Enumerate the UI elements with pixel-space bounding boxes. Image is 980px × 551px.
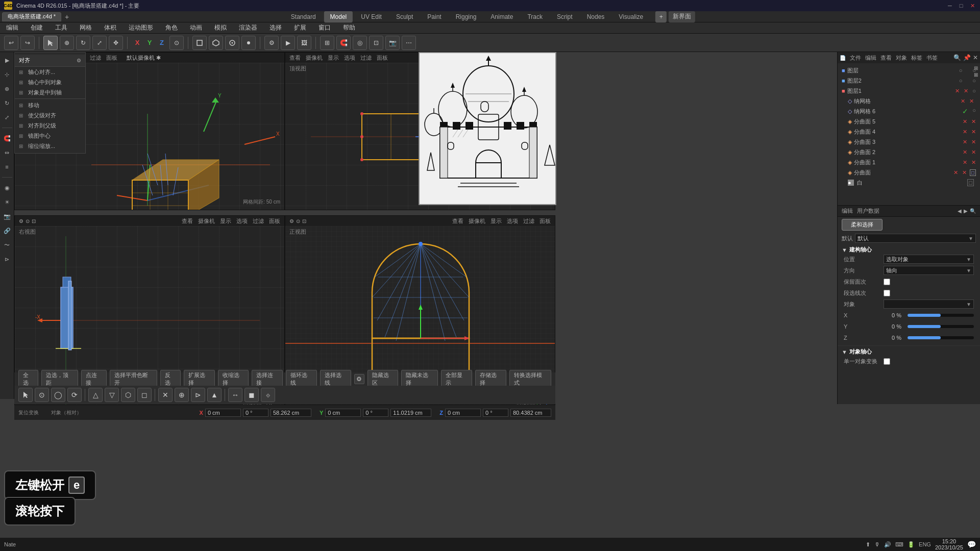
- grid-toggle[interactable]: ⊞: [320, 36, 334, 50]
- left-panel-scale[interactable]: ⤢: [1, 111, 13, 123]
- tree-item-layer1[interactable]: ■ 图层1 ✕ ✕ ○: [838, 86, 980, 96]
- solo-toggle[interactable]: ◎: [353, 36, 367, 50]
- world-space-toggle[interactable]: ⊙: [169, 36, 184, 50]
- vp-br-menu-filter[interactable]: 过滤: [523, 217, 534, 225]
- left-panel-deform[interactable]: 〜: [1, 239, 13, 251]
- menu-edit[interactable]: 编辑: [4, 22, 20, 33]
- tree-subdiv5-x[interactable]: ✕: [963, 118, 967, 125]
- edge-mode-btn[interactable]: [225, 36, 239, 50]
- minimize-button[interactable]: ─: [946, 2, 953, 9]
- mode-tab-standard[interactable]: Standard: [285, 11, 322, 22]
- tree-item-subdiv3[interactable]: ◈ 分曲面 3 ✕ ✕: [838, 137, 980, 147]
- menu-volume[interactable]: 体积: [102, 22, 118, 33]
- point-mode-btn[interactable]: [241, 36, 256, 50]
- rp-menu-object[interactable]: 对象: [896, 54, 907, 62]
- tree-subdiv-extra[interactable]: □: [970, 169, 976, 176]
- tree-item-white[interactable]: ● 白 □: [838, 178, 980, 188]
- rp-pin-icon[interactable]: 📌: [963, 54, 971, 61]
- left-panel-move[interactable]: ⊕: [1, 83, 13, 95]
- align-item-4[interactable]: ⊞ 移动: [15, 100, 85, 110]
- tree-layer1-lock[interactable]: ○: [972, 88, 976, 94]
- x-slider[interactable]: [908, 314, 974, 317]
- menu-character[interactable]: 角色: [163, 22, 180, 33]
- props-tab-edit[interactable]: 编辑: [842, 207, 853, 215]
- vp-br-menu-camera[interactable]: 摄像机: [469, 217, 485, 225]
- rp-icon-file[interactable]: 📄: [840, 55, 846, 61]
- rp-menu-file[interactable]: 文件: [850, 54, 861, 62]
- scale-tool[interactable]: ⤢: [92, 36, 107, 50]
- vp-br-menu-panel[interactable]: 面板: [540, 217, 551, 225]
- tab-scene[interactable]: 电商场景搭建.c4d *: [2, 12, 61, 21]
- vp-bl-menu-filter[interactable]: 过滤: [253, 217, 264, 225]
- vp-bl-btn2[interactable]: ⊙: [26, 218, 30, 224]
- tree-layer1-x[interactable]: ✕: [955, 88, 960, 94]
- camera-btn[interactable]: 📷: [385, 36, 400, 50]
- left-panel-align[interactable]: ≡: [1, 161, 13, 173]
- vp-bl-menu-camera[interactable]: 摄像机: [198, 217, 215, 225]
- vp-bl-menu-panel[interactable]: 面板: [269, 217, 280, 225]
- vp-tr-menu-options[interactable]: 选项: [344, 54, 355, 62]
- status-notification-icon[interactable]: 💬: [967, 540, 976, 548]
- icon-shrink-sel[interactable]: ▽: [105, 388, 119, 402]
- left-panel-ik[interactable]: ⊳: [1, 253, 13, 265]
- coord-x-size[interactable]: 58.262 cm: [271, 409, 311, 417]
- mode-tab-rigging[interactable]: Rigging: [450, 11, 483, 22]
- z-axis-toggle[interactable]: Z: [156, 37, 167, 48]
- rp-menu-tag[interactable]: 标签: [911, 54, 922, 62]
- vp-tr-menu-display[interactable]: 显示: [328, 54, 339, 62]
- props-tab-userdata[interactable]: 用户数据: [857, 207, 879, 215]
- align-item-5[interactable]: ⊞ 使父级对齐: [15, 110, 85, 120]
- tree-mesh-grid6-visible[interactable]: ○: [972, 107, 976, 115]
- rp-icon-1[interactable]: ⊞: [974, 65, 978, 71]
- coord-y-pos[interactable]: 0 cm: [325, 409, 361, 417]
- tree-subdiv-x[interactable]: ✕: [953, 169, 958, 176]
- rotate-tool[interactable]: ↻: [76, 36, 90, 50]
- menu-render[interactable]: 渲染器: [237, 22, 259, 33]
- smoothselect-button[interactable]: 柔和选择: [842, 219, 883, 231]
- icon-dissolve[interactable]: ◼: [244, 388, 259, 402]
- icon-split[interactable]: ↔: [228, 388, 242, 402]
- tree-subdiv3-x2[interactable]: ✕: [971, 139, 976, 145]
- left-panel-select[interactable]: ⊹: [1, 68, 13, 81]
- build-axis-header[interactable]: ▼ 建构轴心: [842, 246, 976, 254]
- transform-tool[interactable]: ✥: [109, 36, 123, 50]
- render-settings-btn[interactable]: ⚙: [264, 36, 279, 50]
- tree-mesh-grid-x2[interactable]: ✕: [969, 98, 974, 105]
- coord-z-pos[interactable]: 0 cm: [445, 409, 481, 417]
- menu-mograph[interactable]: 运动图形: [127, 22, 155, 33]
- tree-subdiv2-x2[interactable]: ✕: [971, 149, 976, 156]
- align-item-1[interactable]: ⊞ 轴心对齐...: [15, 67, 85, 77]
- vp-br-menu-view[interactable]: 查看: [452, 217, 463, 225]
- add-scene-button[interactable]: +: [655, 11, 667, 22]
- castle-reference-image[interactable]: [419, 52, 556, 205]
- y-axis-toggle[interactable]: Y: [144, 37, 155, 48]
- left-panel-arrow[interactable]: ▶: [1, 54, 13, 66]
- vp-bl-btn1[interactable]: ⚙: [19, 218, 23, 224]
- tree-item-subdiv4[interactable]: ◈ 分曲面 4 ✕ ✕: [838, 127, 980, 137]
- props-forward-icon[interactable]: ▶: [964, 208, 968, 214]
- tree-item-layer2[interactable]: ■ 图层2 ○ ○: [838, 76, 980, 86]
- direction-dropdown[interactable]: 轴向 ▼: [884, 266, 974, 275]
- vp-bl-menu-options[interactable]: 选项: [236, 217, 248, 225]
- coord-x-pos[interactable]: 0 cm: [205, 409, 241, 417]
- tree-subdiv4-x2[interactable]: ✕: [971, 129, 976, 135]
- menu-help[interactable]: 帮助: [341, 22, 357, 33]
- mode-tab-animate[interactable]: Animate: [484, 11, 519, 22]
- tree-subdiv4-x[interactable]: ✕: [963, 129, 967, 135]
- redo-button[interactable]: ↪: [20, 36, 35, 50]
- left-panel-rotate[interactable]: ↻: [1, 97, 13, 109]
- mode-tab-visualize[interactable]: Visualize: [612, 11, 649, 22]
- coord-y-size[interactable]: 11.0219 cm: [390, 409, 431, 417]
- props-default-dropdown[interactable]: 默认 ▼: [855, 234, 976, 243]
- left-panel-light[interactable]: ☀: [1, 196, 13, 208]
- mode-tab-model[interactable]: Model: [324, 11, 353, 22]
- menu-tools[interactable]: 工具: [53, 22, 69, 33]
- align-panel-settings[interactable]: ⚙: [77, 58, 81, 63]
- icon-path-select[interactable]: ⟳: [67, 388, 82, 402]
- menu-animate[interactable]: 动画: [188, 22, 204, 33]
- tree-subdiv2-x[interactable]: ✕: [963, 149, 967, 156]
- left-panel-camera[interactable]: 📷: [1, 210, 13, 222]
- tree-white-extra[interactable]: □: [967, 179, 974, 186]
- coord-z-rot[interactable]: 0 °: [483, 409, 508, 417]
- icon-extrude[interactable]: ⬡: [121, 388, 135, 402]
